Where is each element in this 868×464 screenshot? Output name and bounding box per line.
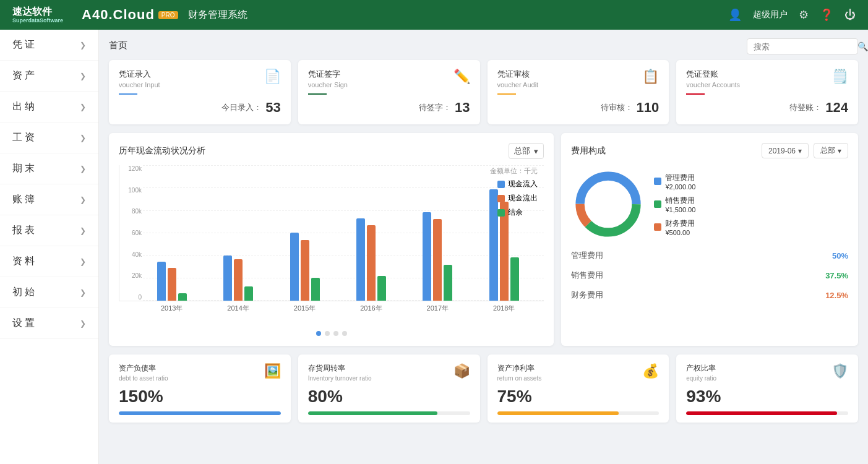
card-subtitle: voucher Input: [119, 81, 160, 88]
legend-label: 现金流入: [508, 179, 538, 189]
donut-legend: 管理费用 ¥2,000.00 销售费用 ¥1,500.00 财务费用 ¥500.…: [654, 173, 695, 236]
bar-inflow: [223, 256, 232, 301]
expense-row-label: 管理费用: [571, 250, 614, 261]
progress-bar-inner: [119, 411, 281, 415]
summary-card-voucherinput[interactable]: 凭证录入 voucher Input 📄 今日录入： 53: [109, 60, 291, 124]
bar-group: 2016年: [343, 218, 398, 301]
donut-legend-info: 销售费用 ¥1,500.00: [665, 195, 695, 213]
chevron-right-icon: ❯: [80, 41, 86, 49]
donut-legend-label: 销售费用: [665, 195, 695, 206]
sidebar-label: 报 表: [12, 224, 35, 237]
chart-title: 历年现金流动状况分析: [119, 145, 205, 157]
summary-card-vouchersign[interactable]: 凭证签字 voucher Sign ✏️ 待签字： 13: [298, 60, 480, 124]
username-label: 超级用户: [753, 9, 788, 20]
expense-dept-filter[interactable]: 总部 ▾: [814, 143, 848, 158]
bar-inflow: [423, 212, 431, 301]
stat-card[interactable]: 资产净利率 return on assets 💰 75%: [488, 354, 669, 423]
stat-card-value: 75%: [497, 387, 660, 406]
bar-group: 2017年: [410, 212, 465, 301]
donut-legend-label: 管理费用: [665, 173, 695, 183]
chevron-right-icon: ❯: [80, 226, 86, 235]
brand-name: A40.Cloud: [82, 7, 155, 23]
user-icon[interactable]: 👤: [728, 8, 742, 22]
donut-legend-info: 管理费用 ¥2,000.00: [665, 173, 695, 191]
stat-card-icon: 💰: [642, 363, 659, 379]
search-bar[interactable]: 🔍: [747, 38, 858, 54]
stat-card-header: 存货周转率 Inventory turnover ratio 📦: [308, 363, 470, 382]
chart-dot: [325, 331, 330, 336]
progress-bar-inner: [686, 411, 836, 415]
legend-dot: [497, 181, 505, 188]
card-count: 待审核： 110: [497, 100, 660, 116]
card-count-number: 53: [265, 100, 280, 116]
stat-card-subtitle: Inventory turnover ratio: [308, 375, 372, 382]
card-title: 凭证登账: [686, 69, 740, 80]
sidebar-item-data[interactable]: 资 料❯: [0, 246, 98, 277]
y-axis-label: 80k: [119, 208, 142, 215]
card-title: 凭证审核: [497, 69, 539, 80]
card-count-label: 待签字：: [419, 102, 451, 113]
search-input[interactable]: [754, 42, 857, 51]
chart-dot: [316, 331, 321, 336]
bottom-row: 历年现金流动状况分析 总部 ▾ 020k40k60k80k100k120k 20…: [109, 133, 858, 346]
settings-icon[interactable]: ⚙: [799, 8, 809, 22]
stat-card-title: 资产净利率: [497, 363, 542, 374]
bar-year: 2015年: [294, 304, 316, 313]
stat-card[interactable]: 资产负债率 debt to asset ratio 🖼️ 150%: [109, 354, 291, 423]
sidebar-label: 凭 证: [12, 38, 35, 51]
legend-dot: [497, 195, 505, 202]
sidebar-item-initial[interactable]: 初 始❯: [0, 277, 98, 308]
chart-filter-btn[interactable]: 总部 ▾: [509, 143, 544, 159]
card-subtitle: voucher Audit: [497, 81, 539, 88]
sidebar-item-period-end[interactable]: 期 末❯: [0, 153, 98, 184]
chevron-right-icon: ❯: [80, 319, 86, 328]
bar-outflow: [234, 259, 243, 301]
donut-legend-value: ¥500.00: [665, 229, 695, 236]
card-bar: [686, 93, 705, 95]
y-axis-label: 120k: [119, 165, 142, 172]
sidebar-item-voucher[interactable]: 凭 证❯: [0, 30, 98, 61]
expense-date-filter[interactable]: 2019-06 ▾: [762, 143, 809, 158]
card-count-label: 待登账：: [789, 102, 822, 113]
donut-legend-item: 销售费用 ¥1,500.00: [654, 195, 695, 213]
sidebar-item-payroll[interactable]: 工 资❯: [0, 122, 98, 153]
bar-year: 2016年: [360, 304, 382, 313]
grid-line: [143, 165, 544, 166]
top-navigation: 速达软件 SuperdataSoftware A40.Cloud PRO 财务管…: [0, 0, 868, 30]
bar-balance: [377, 276, 386, 301]
summary-card-voucheraudit[interactable]: 凭证审核 voucher Audit 📋 待审核： 110: [488, 60, 669, 124]
donut-legend-dot: [654, 178, 661, 185]
expense-filters: 2019-06 ▾ 总部 ▾: [762, 143, 848, 158]
breadcrumb: 首页: [109, 40, 858, 51]
main-content: 首页 凭证录入 voucher Input 📄 今日录入： 53 凭证签字 vo…: [99, 30, 868, 464]
system-title: 财务管理系统: [188, 9, 247, 22]
stat-card[interactable]: 存货周转率 Inventory turnover ratio 📦 80%: [298, 354, 480, 423]
sidebar-item-report[interactable]: 报 表❯: [0, 215, 98, 246]
y-axis-label: 40k: [119, 251, 142, 258]
help-icon[interactable]: ❓: [820, 8, 833, 22]
stat-card-subtitle: equity ratio: [686, 375, 716, 382]
chevron-right-icon: ❯: [80, 165, 86, 173]
card-count: 待登账： 124: [686, 100, 848, 116]
card-header: 凭证审核 voucher Audit 📋: [497, 69, 660, 88]
cash-flow-chart-section: 历年现金流动状况分析 总部 ▾ 020k40k60k80k100k120k 20…: [109, 133, 554, 346]
power-icon[interactable]: ⏻: [844, 9, 856, 22]
sidebar-item-asset[interactable]: 资 产❯: [0, 61, 98, 92]
sidebar-label: 工 资: [12, 131, 35, 144]
donut-legend-item: 财务费用 ¥500.00: [654, 218, 695, 236]
bar-year: 2017年: [427, 304, 449, 313]
chevron-right-icon: ❯: [80, 134, 86, 142]
stat-card-subtitle: debt to asset ratio: [119, 375, 168, 382]
sidebar-item-settings[interactable]: 设 置❯: [0, 308, 98, 339]
summary-card-voucheraccounts[interactable]: 凭证登账 voucher Accounts 🗒️ 待登账： 124: [676, 60, 858, 124]
sidebar-label: 资 料: [12, 255, 35, 268]
donut-chart: [571, 167, 645, 241]
chevron-right-icon: ❯: [80, 288, 86, 297]
sidebar-item-cashier[interactable]: 出 纳❯: [0, 92, 98, 122]
progress-bar-outer: [686, 411, 848, 415]
card-title: 凭证录入: [119, 69, 160, 80]
chart-header: 历年现金流动状况分析 总部 ▾: [119, 143, 544, 159]
stat-card[interactable]: 产权比率 equity ratio 🛡️ 93%: [676, 354, 858, 423]
sidebar-item-ledger[interactable]: 账 簿❯: [0, 184, 98, 215]
stat-card-header: 资产净利率 return on assets 💰: [497, 363, 660, 382]
